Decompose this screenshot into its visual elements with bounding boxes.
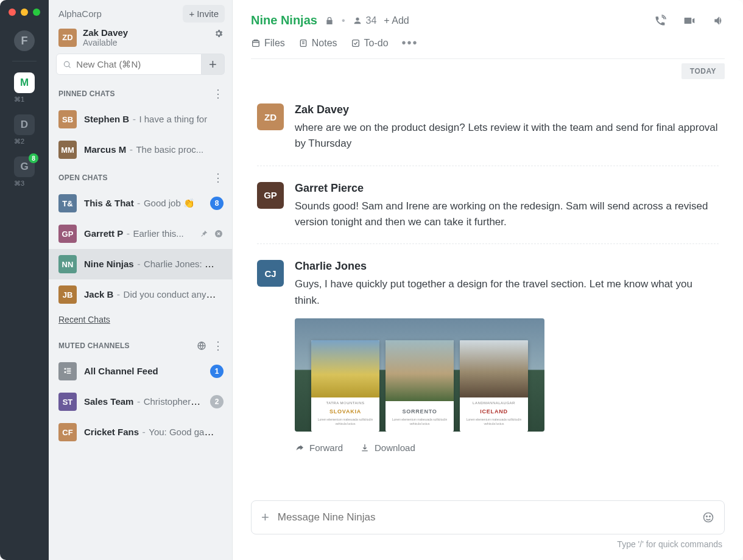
- chat-preview: Earlier this...: [133, 228, 183, 239]
- open-more-icon[interactable]: ⋮: [213, 172, 224, 183]
- attach-icon[interactable]: +: [261, 509, 269, 525]
- workspace-rail: F M⌘1D⌘2G8⌘3: [0, 0, 49, 560]
- tab-files[interactable]: Files: [251, 38, 285, 49]
- chat-name: Jack B: [84, 289, 113, 299]
- message: GPGarret PierceSounds good! Sam and Iren…: [257, 166, 719, 244]
- muted-channels-header: MUTED CHANNELS: [58, 341, 130, 350]
- pinned-more-icon[interactable]: ⋮: [213, 88, 224, 99]
- unread-badge: 1: [210, 365, 224, 378]
- window-controls: [9, 9, 40, 16]
- org-name[interactable]: AlphaCorp: [58, 9, 102, 19]
- chat-item[interactable]: STSales Team - Christopher J: d.2: [49, 387, 232, 417]
- chat-avatar: CF: [58, 423, 77, 441]
- chat-name: Cricket Fans: [84, 427, 139, 437]
- message-input[interactable]: [278, 511, 694, 523]
- user-name: Zak Davey: [83, 27, 128, 38]
- message-attachment[interactable]: TATRA MOUNTAINSSLOVAKIALorem elementum m…: [295, 318, 544, 432]
- message-author: Charlie Jones: [295, 260, 719, 273]
- new-chat-search[interactable]: [56, 54, 202, 75]
- chat-preview: I have a thing for: [139, 114, 207, 124]
- chat-avatar: MM: [58, 141, 77, 159]
- user-status: Available: [83, 38, 128, 47]
- add-member-button[interactable]: + Add: [384, 15, 409, 26]
- member-count[interactable]: 34: [353, 15, 377, 26]
- pinned-chats-header: PINNED CHATS: [58, 89, 115, 98]
- chat-item[interactable]: MMMarcus M - The basic proc...: [49, 135, 232, 165]
- chat-item[interactable]: GPGarrett P - Earlier this...: [49, 219, 232, 249]
- chat-avatar: GP: [58, 225, 77, 243]
- attachment-card: TATRA MOUNTAINSSLOVAKIALorem elementum m…: [311, 340, 379, 432]
- invite-button[interactable]: + Invite: [183, 5, 225, 23]
- lock-icon: [325, 16, 334, 26]
- download-icon: [360, 443, 370, 453]
- more-tabs-icon[interactable]: •••: [402, 36, 418, 50]
- search-icon: [63, 60, 71, 69]
- message-composer[interactable]: +: [251, 500, 725, 534]
- chat-item[interactable]: T&This & That - Good job 👏8: [49, 188, 232, 219]
- tab-todo[interactable]: To-do: [351, 38, 389, 49]
- files-icon: [251, 38, 261, 48]
- open-chats-header: OPEN CHATS: [58, 173, 108, 182]
- chat-name: Stephen B: [84, 114, 129, 124]
- maximize-window-icon[interactable]: [33, 9, 40, 16]
- chat-preview: Charlie Jones: G...: [144, 259, 216, 269]
- emoji-icon[interactable]: [702, 511, 714, 523]
- svg-rect-5: [352, 40, 359, 46]
- close-icon[interactable]: [214, 229, 224, 239]
- gear-icon[interactable]: [214, 29, 224, 38]
- chat-item[interactable]: JBJack B - Did you conduct any sur: [49, 279, 232, 310]
- chat-name: This & That: [84, 198, 134, 208]
- new-chat-button[interactable]: +: [202, 54, 225, 75]
- minimize-window-icon[interactable]: [21, 9, 28, 16]
- chat-preview: The basic proc...: [136, 144, 203, 155]
- voice-call-icon[interactable]: [654, 15, 666, 27]
- app-logo[interactable]: F: [14, 30, 35, 51]
- workspace-badge: 8: [29, 153, 38, 163]
- message-avatar: ZD: [257, 103, 284, 130]
- video-call-icon[interactable]: [683, 15, 695, 27]
- globe-icon[interactable]: [197, 341, 206, 351]
- channel-title[interactable]: Nine Ninjas: [251, 13, 317, 27]
- chat-avatar: NN: [58, 255, 77, 273]
- message-author: Zak Davey: [295, 103, 719, 116]
- message-text: where are we on the product design? Lets…: [295, 120, 719, 152]
- chat-item[interactable]: All Channel Feed1: [49, 356, 232, 387]
- svg-point-0: [64, 61, 69, 66]
- forward-icon: [295, 443, 305, 453]
- conversation-pane: Nine Ninjas • 34 + Add Files Notes To-do: [233, 0, 743, 560]
- workspace-switch-m[interactable]: M: [14, 72, 35, 93]
- muted-more-icon[interactable]: ⋮: [213, 340, 224, 351]
- message-text: Guys, I have quickly put together a desi…: [295, 276, 719, 309]
- chat-avatar: ST: [58, 393, 77, 411]
- search-input[interactable]: [76, 59, 195, 69]
- unread-badge: 2: [210, 395, 224, 408]
- tab-notes[interactable]: Notes: [298, 38, 337, 49]
- workspace-switch-g[interactable]: G8: [14, 156, 35, 177]
- svg-point-7: [706, 516, 708, 517]
- recent-chats-link[interactable]: Recent Chats: [49, 310, 232, 333]
- pin-icon[interactable]: [199, 229, 209, 239]
- chat-avatar: T&: [58, 194, 77, 212]
- chat-name: Sales Team: [84, 396, 133, 407]
- message: CJCharlie JonesGuys, I have quickly put …: [257, 243, 719, 466]
- chat-name: Garrett P: [84, 228, 123, 239]
- chat-preview: Did you conduct any sur: [124, 289, 216, 299]
- close-window-icon[interactable]: [9, 9, 16, 16]
- download-button[interactable]: Download: [360, 443, 415, 453]
- chat-item[interactable]: SBStephen B - I have a thing for: [49, 104, 232, 135]
- unread-badge: 8: [210, 197, 224, 210]
- chat-item[interactable]: NNNine Ninjas - Charlie Jones: G...: [49, 249, 232, 279]
- svg-rect-3: [253, 41, 259, 46]
- speaker-icon[interactable]: [713, 15, 725, 27]
- user-avatar: ZD: [58, 29, 77, 47]
- workspace-shortcut: ⌘3: [14, 180, 35, 187]
- message: ZDZak Daveywhere are we on the product d…: [257, 97, 719, 166]
- forward-button[interactable]: Forward: [295, 443, 343, 453]
- workspace-switch-d[interactable]: D: [14, 114, 35, 135]
- chat-preview: Christopher J: d.: [144, 396, 203, 407]
- current-user[interactable]: ZD Zak Davey Available: [49, 27, 232, 54]
- composer-hint: Type '/' for quick commands: [233, 539, 743, 560]
- chat-item[interactable]: CFCricket Fans - You: Good game: [49, 417, 232, 447]
- chat-name: All Channel Feed: [84, 366, 158, 376]
- sidebar: AlphaCorp + Invite ZD Zak Davey Availabl…: [49, 0, 233, 560]
